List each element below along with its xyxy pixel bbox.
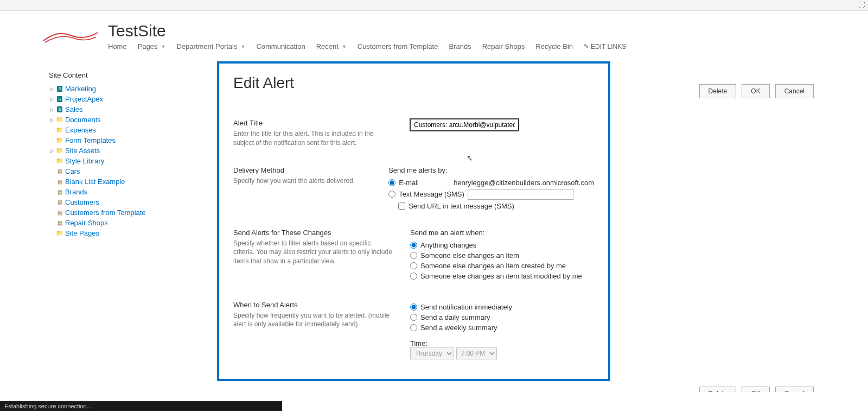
delivery-heading: Delivery Method (233, 166, 372, 174)
cancel-button[interactable]: Cancel (775, 84, 814, 98)
tree-item: 📁Style Library (49, 156, 201, 166)
time-day-select[interactable]: Thursday (410, 347, 454, 359)
section-when: When to Send Alerts Specify how frequent… (233, 301, 594, 359)
tree-link[interactable]: Customers from Template (65, 208, 146, 217)
delete-button[interactable]: Delete (699, 84, 737, 98)
email-value: henrylegge@citizenbuilders.onmicrosoft.c… (454, 179, 594, 187)
edit-links-button[interactable]: ✎EDIT LINKS (584, 43, 626, 50)
folder-icon: 📁 (55, 137, 64, 144)
delivery-desc: Specify how you want the alerts delivere… (233, 176, 372, 186)
tree-link[interactable]: Blank List Example (65, 178, 125, 186)
edit-alert-panel: Edit Alert Alert Title Enter the title f… (217, 61, 610, 381)
folder-icon: 📁 (55, 147, 64, 155)
ok-button-bottom[interactable]: OK (742, 387, 769, 392)
subsite-icon: S (55, 96, 64, 103)
when-opt-2-radio[interactable] (410, 324, 417, 331)
changes-when-label: Send me an alert when: (410, 229, 594, 237)
tree-toggle-icon[interactable]: ▷ (49, 107, 54, 112)
nav-recent[interactable]: Recent▼ (316, 42, 347, 50)
change-opt-0: Anything changes (420, 241, 476, 249)
cancel-button-bottom[interactable]: Cancel (775, 387, 814, 392)
chevron-down-icon: ▼ (342, 44, 347, 49)
tree-toggle-icon[interactable]: ▷ (49, 86, 54, 92)
tree-link[interactable]: Sales (65, 105, 83, 113)
nav-home[interactable]: Home (108, 42, 127, 50)
tree-link[interactable]: Cars (65, 167, 80, 175)
tree-link[interactable]: Documents (65, 116, 101, 124)
tree-toggle-icon[interactable]: ▷ (49, 117, 54, 123)
action-buttons-top: Delete OK Cancel (699, 84, 814, 98)
tree-link[interactable]: Marketing (65, 85, 96, 93)
nav-communication[interactable]: Communication (256, 42, 305, 50)
nav-dept-portals[interactable]: Department Portals▼ (176, 42, 245, 50)
tree-item: ▤Brands (49, 187, 201, 197)
nav-repair-shops[interactable]: Repair Shops (482, 42, 525, 50)
change-opt-1-radio[interactable] (410, 252, 417, 259)
nav-customers-template[interactable]: Customers from Template (358, 42, 438, 50)
list-icon: ▤ (55, 209, 64, 217)
when-opt-1: Send a daily summary (420, 313, 490, 321)
time-hour-select[interactable]: 7:00 PM (456, 347, 497, 359)
when-opt-0-radio[interactable] (410, 303, 417, 311)
list-icon: ▤ (55, 168, 64, 175)
action-buttons-bottom: Delete OK Cancel (699, 387, 814, 392)
tree-link[interactable]: Repair Shops (65, 219, 108, 227)
when-opt-1-radio[interactable] (410, 314, 417, 321)
send-url-checkbox[interactable] (398, 203, 405, 210)
chevron-down-icon: ▼ (240, 44, 245, 49)
changes-desc: Specify whether to filter alerts based o… (233, 239, 394, 266)
when-heading: When to Send Alerts (233, 301, 394, 309)
folder-icon: 📁 (55, 116, 64, 124)
tree-link[interactable]: Style Library (65, 157, 104, 165)
tree-link[interactable]: ProjectApex (65, 95, 103, 103)
ok-button[interactable]: OK (742, 84, 769, 98)
send-by-label: Send me alerts by: (388, 166, 594, 174)
tree-item: ▷SSales (49, 104, 201, 115)
subsite-icon: S (55, 106, 64, 113)
tree-item: ▷📁Site Assets (49, 146, 201, 156)
when-opt-0: Send notification immediately (420, 303, 512, 311)
tree-item: ▷SMarketing (49, 84, 201, 94)
sms-label: Text Message (SMS) (399, 190, 464, 198)
tree-toggle-icon[interactable]: ▷ (49, 148, 54, 154)
site-title[interactable]: TestSite (108, 22, 626, 40)
delete-button-bottom[interactable]: Delete (699, 387, 737, 392)
alert-title-input[interactable] (410, 119, 519, 131)
section-changes: Send Alerts for These Changes Specify wh… (233, 229, 594, 282)
sidebar-title: Site Content (49, 71, 201, 79)
tree-item: 📁Expenses (49, 125, 201, 135)
tree-toggle-icon[interactable]: ▷ (49, 97, 54, 102)
tree-item: ▤Repair Shops (49, 218, 201, 228)
tree-link[interactable]: Site Assets (65, 147, 100, 155)
when-opt-2: Send a weekly summary (420, 324, 497, 332)
tree-link[interactable]: Brands (65, 188, 87, 196)
alert-title-desc: Enter the title for this alert. This is … (233, 129, 394, 148)
change-opt-3-radio[interactable] (410, 273, 417, 280)
fullscreen-icon[interactable]: ⛶ (858, 1, 865, 9)
folder-icon: 📁 (55, 230, 64, 237)
tree-item: ▤Customers from Template (49, 207, 201, 218)
change-opt-2: Someone else changes an item created by … (420, 262, 566, 270)
tree-item: 📁Site Pages (49, 228, 201, 238)
section-alert-title: Alert Title Enter the title for this ale… (233, 119, 594, 148)
change-opt-2-radio[interactable] (410, 262, 417, 269)
tree-link[interactable]: Form Templates (65, 136, 116, 144)
pencil-icon: ✎ (584, 43, 589, 50)
alert-title-heading: Alert Title (233, 119, 394, 127)
tree-link[interactable]: Expenses (65, 126, 96, 134)
nav-recycle-bin[interactable]: Recycle Bin (535, 42, 573, 50)
tree-link[interactable]: Site Pages (65, 229, 99, 237)
section-delivery: Delivery Method Specify how you want the… (233, 166, 594, 210)
change-opt-0-radio[interactable] (410, 242, 417, 249)
tree-item: ▤Cars (49, 166, 201, 176)
nav-pages[interactable]: Pages▼ (138, 42, 166, 50)
nav-brands[interactable]: Brands (449, 42, 471, 50)
sms-input[interactable] (468, 189, 573, 200)
tree-link[interactable]: Customers (65, 198, 99, 206)
site-logo[interactable] (41, 22, 100, 49)
top-nav: Home Pages▼ Department Portals▼ Communic… (108, 42, 626, 50)
email-radio[interactable] (388, 179, 395, 186)
chevron-down-icon: ▼ (161, 44, 166, 49)
change-opt-3: Someone else changes an item last modifi… (420, 272, 582, 280)
sms-radio[interactable] (388, 191, 395, 198)
